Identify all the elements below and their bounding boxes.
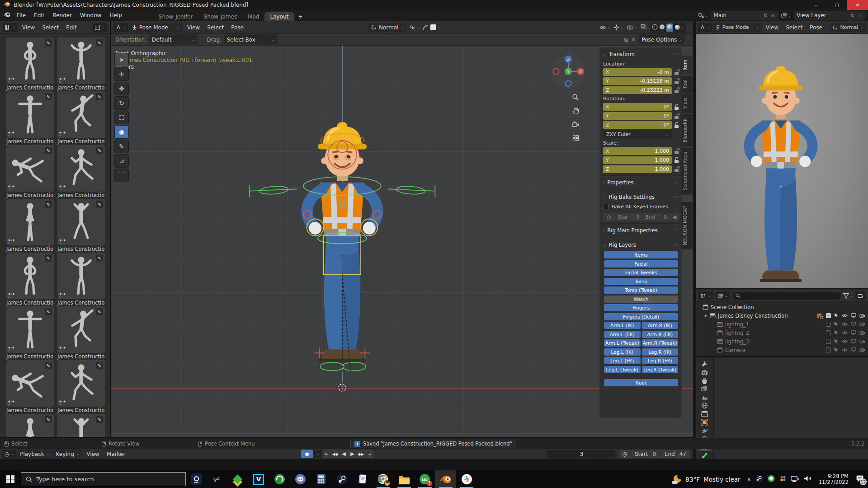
outliner-row-lightng-1[interactable]: lightng_1 (696, 320, 868, 328)
minimize-button[interactable]: ─ (806, 0, 826, 10)
rig-layer-arm-l-tweak-button[interactable]: Arm.L (Tweak) (604, 339, 641, 347)
tray-network-icon[interactable] (791, 475, 799, 483)
edit-pose-icon[interactable]: ✎ (96, 93, 103, 100)
pose-asset-item[interactable]: ✎ ◆◇◆◇ James Construction (57, 38, 105, 91)
properties-tab-render[interactable] (698, 369, 712, 375)
disable-render-icon[interactable] (859, 338, 865, 345)
auto-keying-options-button[interactable]: ⌄ (313, 450, 323, 458)
outliner-search-input[interactable] (732, 292, 841, 300)
mode-selector[interactable]: Pose Mode⌄ (129, 23, 183, 32)
viewport-canvas[interactable] (696, 34, 868, 288)
rig-layer-arm-r-ik-button[interactable]: Arm.R (IK) (642, 322, 679, 329)
pose-asset-item[interactable]: ✎ ◆◇◆◇ James Construction (6, 360, 54, 414)
pose-asset-item[interactable]: ✎ ◆◇◆◇ James Construction (57, 91, 105, 145)
disable-render-icon[interactable] (859, 313, 865, 319)
view-layer-icon[interactable]: ⌄ (781, 13, 791, 18)
sidebar-tab-blenderkit[interactable]: BlenderKit (682, 114, 693, 147)
current-frame-field[interactable]: 3 (547, 450, 615, 458)
outliner-row-james-disney-construction[interactable]: ▶James Disney Construction32✓ (696, 311, 868, 320)
taskbar-app-webcam[interactable] (186, 470, 207, 488)
remove-view-layer-button[interactable]: ✕ (857, 13, 863, 18)
taskbar-app-bluestacks[interactable] (227, 470, 248, 488)
taskbar-app-ultraviewer[interactable]: uc1 (415, 470, 435, 488)
jump-to-start-button[interactable]: ⇤ (322, 450, 331, 458)
pose-asset-item[interactable]: ✎ ◆◇◆◇ James Construction (6, 414, 54, 437)
xray-toggle-icon[interactable] (641, 24, 646, 31)
taskbar-app-calculator[interactable] (311, 470, 331, 488)
play-reverse-button[interactable]: ◀ (340, 450, 348, 458)
selectable-icon[interactable] (834, 338, 839, 345)
pose-asset-item[interactable]: ✎ ◆◇◆◇ James Construction (57, 306, 105, 360)
taskbar-app-chrome[interactable] (373, 470, 394, 488)
edit-pose-icon[interactable]: ✎ (45, 416, 52, 423)
properties-tab-output[interactable] (698, 377, 712, 384)
cursor-tool-button[interactable]: ✛ (114, 67, 129, 81)
viewport-menu-view[interactable]: View (762, 22, 782, 33)
scale-z-lock-icon[interactable] (674, 166, 679, 172)
shading-rendered-icon[interactable]: ⌄ (675, 24, 684, 30)
pose-thumbnail[interactable]: ✎ ◆◇◆◇ (6, 38, 54, 84)
rig-layer-watch-button[interactable]: Watch (604, 296, 678, 303)
disable-viewports-icon[interactable] (851, 313, 856, 319)
edit-pose-icon[interactable]: ✎ (96, 362, 103, 369)
properties-tab-view-layer[interactable] (698, 385, 712, 392)
pose-thumbnail[interactable]: ✎ ◆◇◆◇ (57, 306, 105, 353)
rig-layer-leg-l-fk-button[interactable]: Leg.L (FK) (604, 357, 641, 364)
editor-type-button[interactable]: ◷⌄ (2, 450, 16, 459)
notification-center-icon[interactable]: 12 (855, 474, 864, 484)
rig-layer-arm-r-tweak-button[interactable]: Arm.R (Tweak) (642, 339, 679, 347)
pose-thumbnail[interactable]: ✎ ◆◇◆◇ (6, 145, 54, 192)
disable-render-icon[interactable] (859, 321, 865, 328)
mirror-icon[interactable]: ⧉ (624, 37, 628, 43)
asset-menu-edit[interactable]: Edit (62, 22, 80, 33)
taskbar-app-notepad[interactable] (352, 470, 373, 488)
maximize-button[interactable]: □ (826, 0, 847, 10)
rig-layer-leg-l-ik-button[interactable]: Leg.L (IK) (604, 348, 641, 356)
pose-thumbnail[interactable]: ✎ ◆◇◆◇ (6, 360, 54, 407)
rig-layer-fingers-detail-button[interactable]: Fingers (Detail) (604, 313, 678, 320)
edit-pose-icon[interactable]: ✎ (96, 416, 103, 423)
bake-start-field[interactable]: Star0 (615, 213, 642, 221)
tray-color-grid-icon[interactable] (779, 475, 787, 483)
rig-layer-leg-l-tweak-button[interactable]: Leg.L (Tweak) (604, 366, 641, 373)
viewport-menu-pose[interactable]: Pose (806, 22, 826, 33)
drag-dropdown[interactable]: Select Box⌄ (224, 35, 278, 44)
stopwatch-icon[interactable]: ◷ (603, 213, 615, 221)
workspace-tab-mod[interactable]: Mod (242, 12, 264, 21)
copy-view-layer-button[interactable]: ⧉ (849, 13, 854, 18)
edit-pose-icon[interactable]: ✎ (96, 39, 103, 47)
rig-layer-leg-r-fk-button[interactable]: Leg.R (FK) (642, 357, 679, 364)
sidebar-tab-item[interactable]: Item (682, 56, 693, 75)
pose-thumbnail[interactable]: ✎ ◆◇◆◇ (6, 91, 54, 138)
exclude-checkbox[interactable] (826, 347, 831, 352)
pose-asset-item[interactable]: ✎ ◆◇◆◇ James Construction (6, 91, 54, 145)
disable-viewports-icon[interactable] (851, 321, 856, 328)
scene-icon[interactable]: ⌄ (698, 13, 708, 18)
pose-asset-item[interactable]: ✎ ◆◇◆◇ James Construction (57, 253, 105, 306)
mode-selector[interactable]: Pose Mode⌄ (713, 23, 762, 32)
rig-layer-leg-r-tweak-button[interactable]: Leg.R (Tweak) (642, 366, 679, 373)
use-preview-range-icon[interactable]: ◷ (619, 450, 630, 458)
editor-type-button[interactable]: ⌄ (698, 23, 712, 32)
location-x-field[interactable]: X -0 m (603, 68, 672, 76)
pose-asset-item[interactable]: ✎ ◆◇◆◇ James Construction (57, 360, 105, 414)
rotation-z-lock-icon[interactable] (674, 122, 679, 128)
editor-type-button[interactable]: ⌄ (698, 291, 713, 300)
viewport-canvas[interactable]: Front Orthographic (3) James Constructio… (111, 46, 693, 437)
add-bone-tool-button[interactable]: ⌒ (114, 169, 129, 182)
location-y-lock-icon[interactable] (674, 78, 679, 84)
shading-solid-icon[interactable] (659, 24, 665, 31)
selectable-icon[interactable] (834, 313, 839, 319)
rig-layer-arm-l-fk-button[interactable]: Arm.L (FK) (604, 331, 641, 338)
transform-tool-button[interactable]: ◉ (114, 125, 129, 139)
pose-thumbnail[interactable]: ✎ ◆◇◆◇ (57, 38, 105, 84)
shading-material-icon[interactable] (666, 23, 673, 32)
pose-options-dropdown[interactable]: Pose Options⌄ (639, 35, 685, 44)
sidebar-tab-tool[interactable]: Tool (682, 75, 693, 93)
hide-viewport-icon[interactable] (842, 347, 848, 353)
taskbar-app-blender[interactable] (435, 470, 456, 488)
rig-layer-arm-r-fk-button[interactable]: Arm.R (FK) (642, 331, 679, 338)
clear-icon[interactable]: ✕ (632, 37, 635, 42)
pose-thumbnail[interactable]: ✎ ◆◇◆◇ (6, 253, 54, 299)
rig-layer-root-button[interactable]: Root (604, 379, 678, 386)
